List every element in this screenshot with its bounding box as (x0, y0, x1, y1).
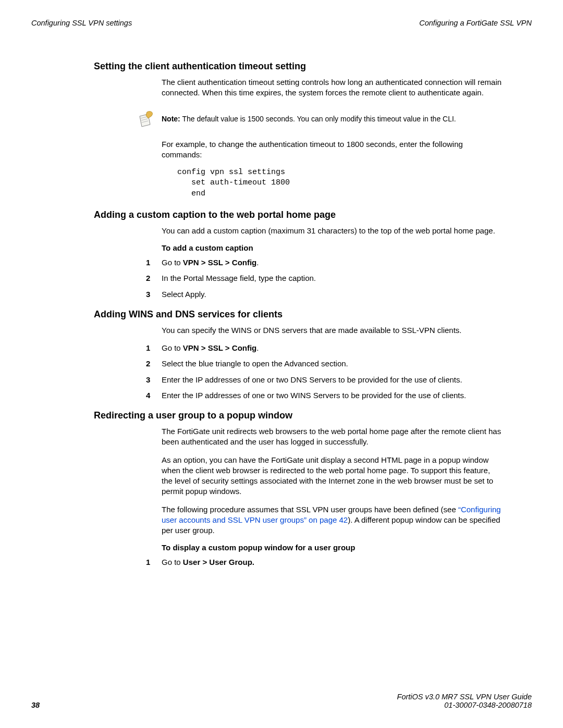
heading-custom-caption: Adding a custom caption to the web porta… (94, 209, 503, 220)
body-text: For example, to change the authenticatio… (162, 139, 503, 161)
note-icon (136, 109, 162, 130)
heading-auth-timeout: Setting the client authentication timeou… (94, 61, 503, 72)
list-item: 4Enter the IP addresses of one or two WI… (146, 390, 503, 401)
header-right: Configuring a FortiGate SSL VPN (419, 19, 532, 27)
body-text: The client authentication timeout settin… (162, 77, 503, 98)
step-list: 1Go to VPN > SSL > Config. 2Select the b… (146, 343, 503, 401)
procedure-heading: To display a custom popup window for a u… (162, 543, 503, 552)
footer-docid: 01-30007-0348-20080718 (397, 701, 532, 709)
note-block: Note: The default value is 1500 seconds.… (136, 109, 503, 130)
procedure-heading: To add a custom caption (162, 243, 503, 252)
list-item: 1Go to User > User Group. (146, 557, 503, 567)
heading-wins-dns: Adding WINS and DNS services for clients (94, 309, 503, 320)
list-item: 2Select the blue triangle to open the Ad… (146, 359, 503, 369)
note-text: Note: The default value is 1500 seconds.… (162, 109, 456, 124)
page-header: Configuring SSL VPN settings Configuring… (31, 19, 532, 27)
page-footer: 38 FortiOS v3.0 MR7 SSL VPN User Guide 0… (31, 693, 532, 709)
list-item: 3Select Apply. (146, 289, 503, 300)
code-block: config vpn ssl settings set auth-timeout… (177, 167, 503, 199)
body-text: The FortiGate unit redirects web browser… (162, 426, 503, 448)
list-item: 1Go to VPN > SSL > Config. (146, 257, 503, 268)
page-number: 38 (31, 701, 40, 709)
body-text: The following procedure assumes that SSL… (162, 504, 503, 536)
body-text: You can add a custom caption (maximum 31… (162, 226, 503, 236)
heading-redirect-popup: Redirecting a user group to a popup wind… (94, 410, 503, 421)
list-item: 3Enter the IP addresses of one or two DN… (146, 375, 503, 385)
step-list: 1Go to VPN > SSL > Config. 2In the Porta… (146, 257, 503, 300)
header-left: Configuring SSL VPN settings (31, 19, 132, 27)
body-text: You can specify the WINS or DNS servers … (162, 325, 503, 336)
footer-title: FortiOS v3.0 MR7 SSL VPN User Guide (397, 693, 532, 701)
body-text: As an option, you can have the FortiGate… (162, 455, 503, 497)
list-item: 2In the Portal Message field, type the c… (146, 273, 503, 283)
step-list: 1Go to User > User Group. (146, 557, 503, 567)
list-item: 1Go to VPN > SSL > Config. (146, 343, 503, 353)
